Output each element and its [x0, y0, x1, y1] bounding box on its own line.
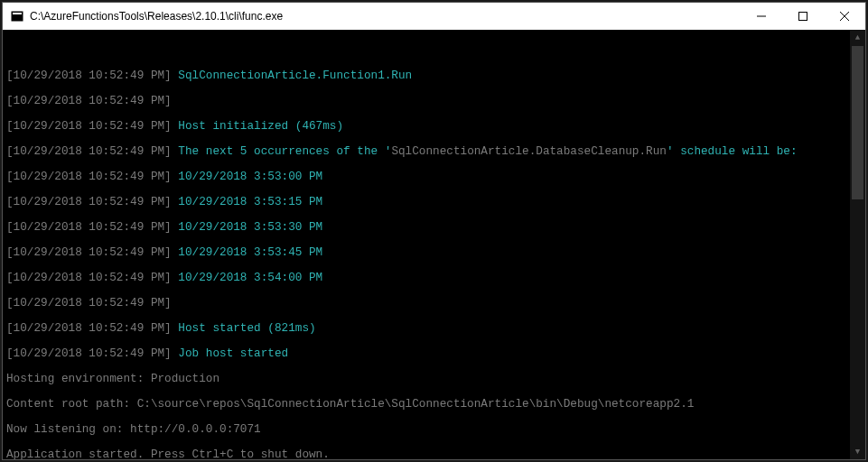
timestamp: [10/29/2018 10:52:49 PM]	[6, 94, 178, 107]
timestamp: [10/29/2018 10:52:49 PM]	[6, 271, 178, 284]
scrollbar-thumb[interactable]	[852, 46, 863, 199]
scroll-down-icon[interactable]: ▼	[850, 444, 865, 459]
log-text: Content root path: C:\source\repos\SqlCo…	[6, 398, 846, 411]
maximize-button[interactable]	[782, 3, 824, 30]
log-text: 10/29/2018 3:53:30 PM	[178, 220, 322, 234]
vertical-scrollbar[interactable]: ▲ ▼	[850, 30, 865, 459]
close-button[interactable]	[824, 3, 865, 30]
log-text: Job host started	[178, 346, 288, 360]
timestamp: [10/29/2018 10:52:49 PM]	[6, 321, 178, 335]
log-text: 10/29/2018 3:53:00 PM	[178, 170, 322, 183]
window-controls	[741, 3, 865, 30]
app-window: C:\AzureFunctionsTools\Releases\2.10.1\c…	[2, 2, 866, 460]
log-text: 10/29/2018 3:53:15 PM	[178, 195, 322, 208]
terminal-output[interactable]: [10/29/2018 10:52:49 PM] SqlConnectionAr…	[3, 30, 865, 459]
log-text: 10/29/2018 3:53:45 PM	[178, 245, 322, 259]
titlebar-title: C:\AzureFunctionsTools\Releases\2.10.1\c…	[30, 10, 741, 23]
timestamp: [10/29/2018 10:52:49 PM]	[6, 296, 178, 310]
timestamp: [10/29/2018 10:52:49 PM]	[6, 346, 178, 360]
timestamp: [10/29/2018 10:52:49 PM]	[6, 144, 178, 158]
timestamp: [10/29/2018 10:52:49 PM]	[6, 69, 178, 82]
timestamp: [10/29/2018 10:52:49 PM]	[6, 220, 178, 234]
app-icon	[10, 9, 24, 23]
log-text: Application started. Press Ctrl+C to shu…	[6, 448, 846, 459]
log-text: The next 5 occurrences of the '	[178, 144, 391, 158]
scroll-up-icon[interactable]: ▲	[850, 30, 865, 45]
log-text: SqlConnectionArticle.DatabaseCleanup.Run	[391, 144, 667, 158]
log-text: Host started (821ms)	[178, 321, 315, 335]
log-text: Now listening on: http://0.0.0.0:7071	[6, 423, 846, 436]
timestamp: [10/29/2018 10:52:49 PM]	[6, 195, 178, 208]
log-text: SqlConnectionArticle.Function1.Run	[178, 69, 412, 82]
svg-rect-1	[13, 13, 22, 14]
timestamp: [10/29/2018 10:52:49 PM]	[6, 119, 178, 133]
log-text: 10/29/2018 3:54:00 PM	[178, 271, 322, 284]
timestamp: [10/29/2018 10:52:49 PM]	[6, 245, 178, 259]
titlebar[interactable]: C:\AzureFunctionsTools\Releases\2.10.1\c…	[3, 3, 865, 30]
log-text: ' schedule will be:	[667, 144, 798, 158]
log-text: Hosting environment: Production	[6, 373, 846, 385]
timestamp: [10/29/2018 10:52:49 PM]	[6, 170, 178, 183]
minimize-button[interactable]	[741, 3, 782, 30]
log-text: Host initialized (467ms)	[178, 119, 343, 133]
svg-rect-3	[799, 13, 807, 21]
